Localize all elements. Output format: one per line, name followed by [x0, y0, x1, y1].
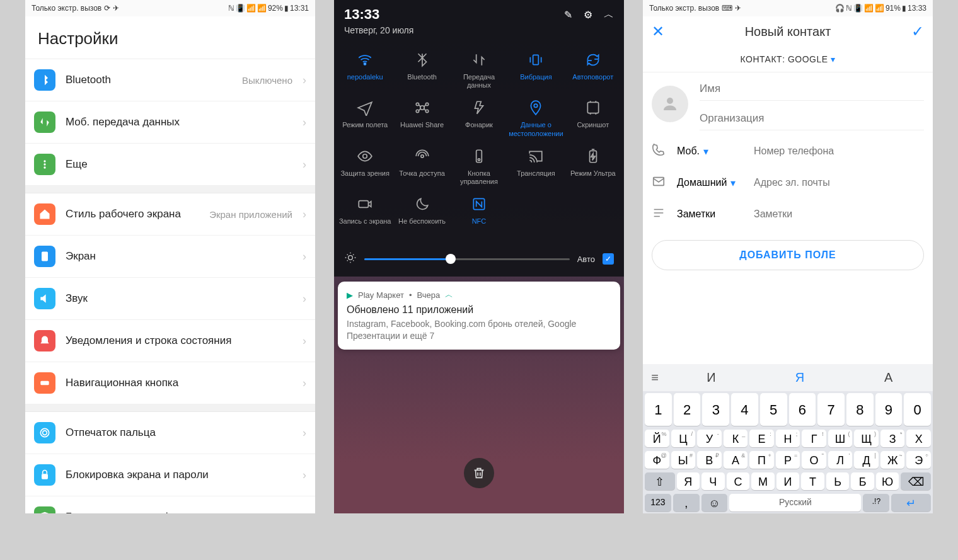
- phone-input[interactable]: [754, 146, 924, 157]
- qs-tile-cast[interactable]: Трансляция: [507, 144, 564, 188]
- key-5[interactable]: 5: [760, 393, 787, 426]
- qs-tile-moon[interactable]: Не беспокоить: [393, 192, 450, 236]
- key-comma[interactable]: ,: [673, 494, 700, 511]
- key-shift[interactable]: ⇧: [645, 472, 675, 490]
- add-field-button[interactable]: ДОБАВИТЬ ПОЛЕ: [652, 240, 924, 270]
- key-6[interactable]: 6: [789, 393, 816, 426]
- qs-tile-location[interactable]: Данные о местоположении: [507, 96, 564, 140]
- confirm-button[interactable]: ✓: [905, 23, 924, 40]
- qs-tile-nfc[interactable]: NFC: [451, 192, 507, 236]
- key-Б[interactable]: Б: [851, 472, 874, 490]
- qs-tile-flash[interactable]: Фонарик: [451, 96, 507, 140]
- avatar-picker[interactable]: [652, 86, 688, 122]
- key-4[interactable]: 4: [731, 393, 758, 426]
- collapse-icon[interactable]: ︿: [604, 8, 614, 21]
- org-field[interactable]: [700, 107, 924, 130]
- suggest-3[interactable]: А: [844, 364, 933, 391]
- key-8[interactable]: 8: [846, 393, 874, 426]
- phone-type-selector[interactable]: Моб. ▾: [677, 146, 745, 157]
- key-enter[interactable]: ↵: [891, 494, 931, 511]
- key-С[interactable]: С: [727, 472, 750, 490]
- item-display[interactable]: Экран ›: [25, 236, 315, 278]
- key-3[interactable]: 3: [702, 393, 729, 426]
- item-bluetooth[interactable]: Bluetooth Выключено ›: [25, 59, 315, 101]
- menu-icon[interactable]: ≡: [643, 364, 667, 391]
- key-Я[interactable]: Я: [677, 472, 700, 490]
- qs-tile-navdot[interactable]: Кнопка управления: [451, 144, 507, 188]
- qs-tile-record[interactable]: Запись с экрана: [337, 192, 393, 236]
- key-Э[interactable]: ÷Э: [906, 451, 931, 469]
- qs-tile-data[interactable]: Передача данных: [451, 48, 507, 92]
- key-Д[interactable]: |Д: [854, 451, 879, 469]
- qs-tile-rotate[interactable]: Автоповорот: [565, 48, 621, 92]
- key-0[interactable]: 0: [904, 393, 931, 426]
- notification-card[interactable]: ▶ Play Маркет • Вчера ︿ Обновлено 11 при…: [338, 282, 620, 350]
- key-К[interactable]: _К: [724, 430, 748, 447]
- account-selector[interactable]: КОНТАКТ: GOOGLE ▾: [643, 47, 933, 72]
- key-М[interactable]: М: [751, 472, 775, 490]
- edit-icon[interactable]: ✎: [564, 9, 572, 21]
- collapse-icon[interactable]: ︿: [445, 289, 453, 300]
- key-space[interactable]: Русский: [729, 494, 861, 511]
- key-Г[interactable]: !Г: [802, 430, 826, 447]
- key-emoji[interactable]: ☺: [701, 494, 728, 511]
- key-2[interactable]: 2: [674, 393, 701, 426]
- key-9[interactable]: 9: [875, 393, 903, 426]
- key-И[interactable]: И: [776, 472, 800, 490]
- item-fingerprint[interactable]: Отпечаток пальца ›: [25, 412, 315, 454]
- key-Е[interactable]: :Е: [749, 430, 774, 447]
- key-Л[interactable]: 'Л: [828, 451, 853, 469]
- key-7[interactable]: 7: [817, 393, 845, 426]
- qs-tile-plane[interactable]: Режим полета: [337, 96, 393, 140]
- item-notifications[interactable]: Уведомления и строка состояния ›: [25, 320, 315, 362]
- key-backspace[interactable]: ⌫: [901, 472, 931, 490]
- email-type-selector[interactable]: Домашний ▾: [677, 177, 745, 189]
- qs-tile-bt[interactable]: Bluetooth: [393, 48, 450, 92]
- key-А[interactable]: &А: [724, 451, 748, 469]
- clear-all-button[interactable]: [464, 458, 494, 488]
- qs-tile-screenshot[interactable]: Скриншот: [565, 96, 621, 140]
- settings-list[interactable]: Bluetooth Выключено › Моб. передача данн…: [25, 59, 315, 513]
- gear-icon[interactable]: ⚙: [584, 9, 592, 21]
- key-О[interactable]: "О: [802, 451, 826, 469]
- key-1[interactable]: 1: [645, 393, 672, 426]
- name-field[interactable]: [700, 77, 924, 101]
- brightness-slider[interactable]: [364, 258, 570, 260]
- key-В[interactable]: ₽В: [697, 451, 722, 469]
- key-punct[interactable]: .!?: [863, 494, 889, 511]
- item-lock[interactable]: Блокировка экрана и пароли ›: [25, 454, 315, 496]
- auto-checkbox[interactable]: ✓: [603, 253, 614, 265]
- key-Т[interactable]: Т: [801, 472, 824, 490]
- item-sound[interactable]: Звук ›: [25, 278, 315, 320]
- qs-tile-battery[interactable]: Режим Ультра: [565, 144, 621, 188]
- key-Ц[interactable]: /Ц: [671, 430, 696, 447]
- qs-tile-wifi[interactable]: nepodaleku: [337, 48, 393, 92]
- item-more[interactable]: Еще ›: [25, 144, 315, 186]
- suggest-1[interactable]: И: [667, 364, 756, 391]
- item-mobile-data[interactable]: Моб. передача данных ›: [25, 101, 315, 144]
- qs-tile-hotspot[interactable]: Точка доступа: [393, 144, 450, 188]
- key-Щ[interactable]: )Щ: [854, 430, 879, 447]
- item-home-style[interactable]: Стиль рабочего экрана Экран приложений ›: [25, 193, 315, 236]
- close-button[interactable]: ✕: [652, 23, 671, 40]
- email-input[interactable]: [754, 177, 924, 188]
- suggest-2[interactable]: Я: [756, 364, 845, 391]
- key-Ы[interactable]: #Ы: [671, 451, 696, 469]
- key-Й[interactable]: %Й: [645, 430, 669, 447]
- qs-tile-eye[interactable]: Защита зрения: [337, 144, 393, 188]
- key-Ф[interactable]: @Ф: [645, 451, 669, 469]
- key-Ь[interactable]: Ь: [826, 472, 850, 490]
- key-П[interactable]: +П: [749, 451, 774, 469]
- item-nav-button[interactable]: Навигационная кнопка ›: [25, 362, 315, 404]
- key-З[interactable]: *З: [880, 430, 905, 447]
- notes-input[interactable]: [754, 209, 924, 220]
- item-security[interactable]: Безопасность и конфиденциальность ›: [25, 496, 315, 513]
- key-Н[interactable]: ;Н: [776, 430, 800, 447]
- key-Ч[interactable]: Ч: [701, 472, 725, 490]
- qs-tile-share[interactable]: Huawei Share: [393, 96, 450, 140]
- key-Ю[interactable]: Ю: [876, 472, 899, 490]
- key-Ш[interactable]: (Ш: [828, 430, 853, 447]
- qs-tile-vibrate[interactable]: Вибрация: [507, 48, 564, 92]
- key-Х[interactable]: Х: [906, 430, 931, 447]
- key-У[interactable]: -У: [697, 430, 722, 447]
